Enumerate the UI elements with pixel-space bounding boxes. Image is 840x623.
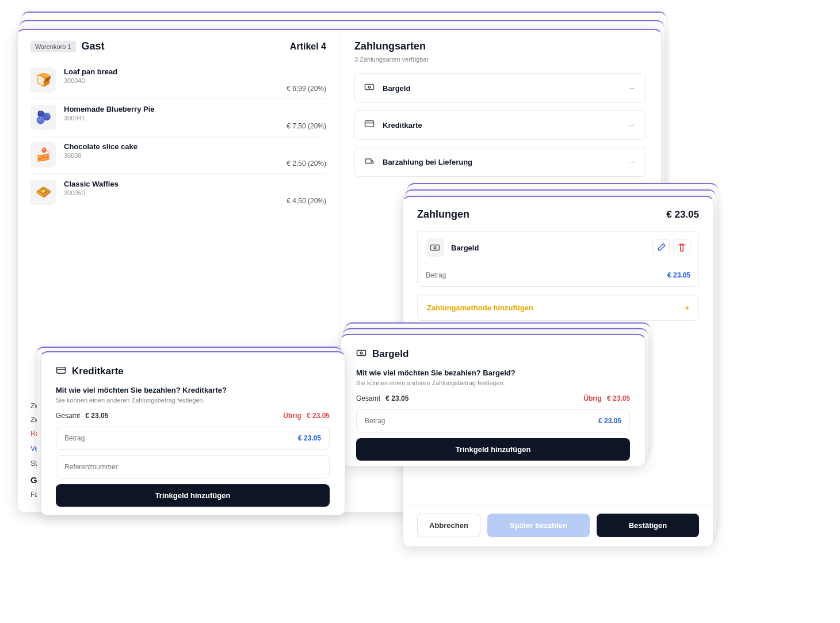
reference-field[interactable]: Referenznummer	[56, 455, 330, 478]
add-payment-label: Zahlungsmethode hinzufügen	[427, 303, 533, 312]
total-value: € 23.05	[385, 394, 408, 402]
card-icon	[364, 119, 376, 131]
item-name: Chocolate slice cake	[64, 142, 278, 151]
item-thumbnail: 🧇	[30, 180, 56, 205]
total-value: € 23.05	[85, 412, 108, 420]
total-label: Gesamt	[356, 394, 380, 402]
amount-field[interactable]: Betrag € 23.05	[356, 409, 630, 432]
chevron-right-icon: →	[627, 157, 636, 167]
payment-method-label: Kreditkarte	[383, 121, 422, 130]
item-sku: 30008	[64, 152, 278, 159]
cart-item[interactable]: 🫐 Homemade Blueberry Pie 300041 € 7,50 (…	[30, 99, 326, 136]
item-name: Homemade Blueberry Pie	[64, 105, 278, 113]
cart-item[interactable]: 🧇 Classic Waffles 300050 € 4,50 (20%)	[30, 174, 326, 211]
remaining-label: Übrig	[583, 394, 601, 402]
dialog-hint: Sie können einen anderen Zahlungsbetrag …	[356, 379, 630, 386]
chevron-right-icon: →	[627, 120, 636, 130]
item-name: Classic Waffles	[64, 180, 278, 188]
amount-label: Betrag	[426, 271, 446, 279]
card-payment-dialog: Kreditkarte Mit wie viel möchten Sie bez…	[40, 351, 345, 515]
total-label: Gesamt	[56, 412, 80, 420]
payments-title: Zahlungen	[417, 208, 469, 221]
payment-method-card[interactable]: Kreditkarte →	[354, 110, 646, 140]
payment-method-label: Bargeld	[383, 84, 410, 93]
cart-badge: Warenkorb 1	[30, 41, 76, 52]
amount-field[interactable]: Betrag € 23.05	[56, 427, 330, 450]
amount-value: € 23.05	[598, 417, 621, 425]
dialog-question: Mit wie viel möchten Sie bezahlen? Barge…	[356, 369, 630, 377]
cart-item[interactable]: 🍰 Chocolate slice cake 30008 € 2,50 (20%…	[30, 136, 326, 174]
dialog-question: Mit wie viel möchten Sie bezahlen? Kredi…	[56, 386, 330, 394]
remaining-value: € 23.05	[307, 412, 330, 420]
item-price: € 6,99 (20%)	[287, 85, 326, 93]
remaining-value: € 23.05	[607, 394, 630, 402]
cash-payment-dialog: Bargeld Mit wie viel möchten Sie bezahle…	[341, 334, 646, 466]
svg-rect-2	[365, 121, 374, 127]
item-price: € 7,50 (20%)	[287, 122, 326, 130]
item-sku: 300040	[64, 77, 278, 84]
svg-rect-7	[357, 351, 366, 356]
amount-value: € 23.05	[667, 271, 690, 279]
remaining-label: Übrig	[283, 412, 301, 420]
delete-payment-button[interactable]	[673, 239, 690, 256]
svg-point-8	[360, 352, 362, 354]
customer-name: Gast	[82, 40, 105, 52]
cash-icon	[364, 82, 376, 94]
add-tip-button[interactable]: Trinkgeld hinzufügen	[56, 484, 330, 507]
card-icon	[56, 365, 66, 378]
svg-rect-4	[365, 159, 371, 164]
add-payment-method-button[interactable]: Zahlungsmethode hinzufügen +	[417, 295, 699, 321]
cart-item[interactable]: 🍞 Loaf pan bread 300040 € 6,99 (20%)	[30, 62, 326, 99]
svg-point-6	[434, 246, 436, 249]
payment-methods-title: Zahlungsarten	[354, 40, 646, 52]
dialog-title: Kreditkarte	[72, 366, 124, 377]
svg-point-1	[368, 86, 371, 88]
article-count: Artikel 4	[290, 41, 326, 52]
svg-rect-9	[57, 367, 66, 374]
svg-rect-0	[365, 85, 374, 90]
chevron-right-icon: →	[627, 83, 636, 93]
amount-value: € 23.05	[298, 434, 321, 442]
item-thumbnail: 🫐	[30, 105, 56, 130]
payment-methods-subtitle: 3 Zahlungsarten verfügbar	[354, 56, 646, 63]
cart-items: 🍞 Loaf pan bread 300040 € 6,99 (20%) 🫐 H…	[30, 62, 326, 391]
payment-method-cod[interactable]: Barzahlung bei Lieferung →	[354, 147, 646, 177]
delivery-cash-icon	[364, 155, 376, 168]
dialog-title: Bargeld	[372, 348, 408, 360]
item-price: € 2,50 (20%)	[287, 159, 326, 168]
item-thumbnail: 🍞	[30, 67, 56, 93]
edit-payment-button[interactable]	[652, 239, 670, 256]
item-name: Loaf pan bread	[64, 67, 278, 76]
payment-entry: Bargeld Betrag € 23.05	[417, 231, 699, 287]
pay-later-button[interactable]: Später bezahlen	[487, 514, 590, 537]
amount-label: Betrag	[365, 417, 385, 425]
reference-label: Referenznummer	[64, 463, 118, 471]
dialog-hint: Sie können einen anderen Zahlungsbetrag …	[56, 397, 330, 404]
add-tip-button[interactable]: Trinkgeld hinzufügen	[356, 438, 630, 461]
item-sku: 300050	[64, 189, 278, 196]
item-sku: 300041	[64, 115, 278, 121]
payment-method-label: Barzahlung bei Lieferung	[383, 158, 472, 166]
payment-entry-title: Bargeld	[451, 244, 479, 252]
payment-method-cash[interactable]: Bargeld →	[354, 73, 646, 103]
plus-icon: +	[685, 303, 689, 312]
payments-total: € 23.05	[666, 209, 699, 221]
confirm-button[interactable]: Bestätigen	[597, 514, 699, 537]
item-thumbnail: 🍰	[30, 142, 56, 168]
amount-label: Betrag	[64, 434, 85, 442]
item-price: € 4,50 (20%)	[287, 197, 326, 205]
cancel-button[interactable]: Abbrechen	[417, 514, 480, 537]
svg-rect-5	[431, 245, 440, 250]
cash-icon	[356, 348, 366, 360]
cash-icon	[426, 238, 444, 257]
